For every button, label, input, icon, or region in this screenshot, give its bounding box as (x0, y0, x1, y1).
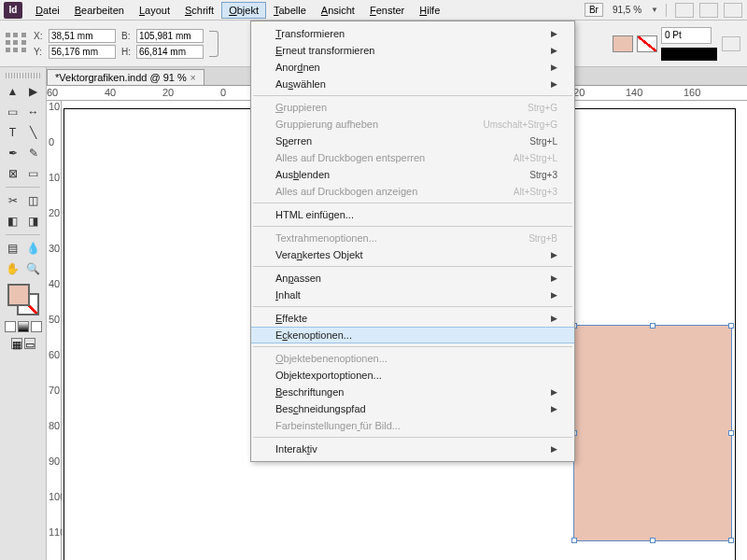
document-tab-title: *Vektorgrafiken.indd @ 91 % (55, 72, 187, 83)
menu-tabelle[interactable]: Tabelle (266, 2, 314, 19)
type-tool[interactable]: T (4, 123, 22, 142)
rectangle-frame-tool[interactable]: ⊠ (4, 164, 22, 183)
menu-item-farbeinstellungen-f-r-bild-: Farbeinstellungen für Bild... (251, 417, 574, 434)
menu-ansicht[interactable]: Ansicht (314, 2, 362, 19)
scissors-tool[interactable]: ✂ (4, 191, 22, 210)
reference-point-grid[interactable] (6, 33, 28, 55)
hand-tool[interactable]: ✋ (4, 259, 22, 278)
apply-color-button[interactable] (5, 321, 16, 332)
control-menu-button[interactable] (722, 36, 740, 51)
resize-handle[interactable] (728, 538, 734, 543)
toolbox: ▲▶ ▭↔ T╲ ✒✎ ⊠▭ ✂◫ ◧◨ ▤💧 ✋🔍 ▦ ▭ (0, 67, 47, 560)
direct-selection-tool[interactable]: ▶ (24, 82, 43, 101)
stroke-swatch[interactable] (637, 35, 657, 52)
resize-handle[interactable] (571, 538, 577, 543)
x-input[interactable] (49, 29, 116, 43)
resize-handle[interactable] (728, 323, 734, 329)
menu-schrift[interactable]: Schrift (177, 2, 221, 19)
menu-item-anordnen[interactable]: Anordnen▶ (251, 59, 574, 76)
document-tab[interactable]: *Vektorgrafiken.indd @ 91 % × (47, 69, 204, 85)
menu-item-effekte[interactable]: Effekte▶ (251, 310, 574, 327)
zoom-level[interactable]: 91,5 % (607, 5, 647, 15)
screen-mode-button[interactable] (699, 3, 718, 18)
w-label: B: (121, 31, 134, 41)
menu-item-eckenoptionen-[interactable]: Eckenoptionen... (251, 327, 574, 343)
view-options-button[interactable] (675, 3, 694, 18)
note-tool[interactable]: ▤ (4, 239, 22, 258)
menu-item-ausw-hlen[interactable]: Auswählen▶ (251, 76, 574, 92)
menu-item-alles-auf-druckbogen-anzeigen: Alles auf Druckbogen anzeigenAlt+Strg+3 (251, 183, 574, 200)
page-tool[interactable]: ▭ (4, 103, 22, 121)
h-label: H: (121, 47, 134, 57)
view-mode-preview[interactable]: ▭ (24, 338, 35, 349)
pencil-tool[interactable]: ✎ (24, 144, 43, 162)
arrange-button[interactable] (724, 3, 742, 18)
object-menu-dropdown: Transformieren▶Erneut transformieren▶Ano… (250, 21, 575, 462)
close-tab-icon[interactable]: × (190, 73, 196, 83)
menu-item-textrahmenoptionen-: Textrahmenoptionen...Strg+B (251, 230, 574, 246)
line-tool[interactable]: ╲ (24, 123, 43, 142)
vertical-ruler: 100102030405060708090100110 (47, 101, 62, 560)
menu-item-beschneidungspfad[interactable]: Beschneidungspfad▶ (251, 400, 574, 417)
selection-tool[interactable]: ▲ (4, 82, 22, 101)
menu-item-objektexportoptionen-[interactable]: Objektexportoptionen... (251, 367, 574, 384)
menu-item-gruppierung-aufheben: Gruppierung aufhebenUmschalt+Strg+G (251, 116, 574, 133)
eyedropper-tool[interactable]: 💧 (24, 239, 43, 258)
y-label: Y: (34, 47, 47, 57)
menu-fenster[interactable]: Fenster (362, 2, 412, 19)
menu-hilfe[interactable]: Hilfe (412, 2, 447, 19)
menu-item-gruppieren: GruppierenStrg+G (251, 99, 574, 116)
fill-swatch[interactable] (613, 35, 633, 52)
menu-item-alles-auf-druckbogen-entsperren: Alles auf Druckbogen entsperrenAlt+Strg+… (251, 149, 574, 166)
menu-item-verankertes-objekt[interactable]: Verankertes Objekt▶ (251, 246, 574, 263)
menu-item-erneut-transformieren[interactable]: Erneut transformieren▶ (251, 42, 574, 59)
menu-item-sperren[interactable]: SperrenStrg+L (251, 133, 574, 149)
stroke-style-preview[interactable] (661, 48, 717, 61)
selected-rectangle[interactable] (573, 325, 732, 541)
toolbox-grip[interactable] (6, 73, 40, 78)
constrain-proportions-icon[interactable] (209, 31, 218, 57)
free-transform-tool[interactable]: ◫ (24, 191, 43, 210)
menu-layout[interactable]: Layout (132, 2, 177, 19)
menu-objekt[interactable]: Objekt (221, 2, 266, 19)
pen-tool[interactable]: ✒ (4, 144, 22, 162)
bridge-button[interactable]: Br (585, 3, 603, 17)
menu-item-transformieren[interactable]: Transformieren▶ (251, 25, 574, 42)
menu-bearbeiten[interactable]: Bearbeiten (67, 2, 132, 19)
zoom-tool[interactable]: 🔍 (24, 259, 43, 278)
gap-tool[interactable]: ↔ (24, 103, 43, 121)
app-icon: Id (4, 2, 22, 19)
color-panel[interactable] (7, 284, 39, 315)
gradient-feather-tool[interactable]: ◨ (24, 212, 43, 231)
y-input[interactable] (49, 45, 116, 59)
h-input[interactable] (136, 45, 204, 59)
x-label: X: (34, 31, 47, 41)
menu-item-beschriftungen[interactable]: Beschriftungen▶ (251, 384, 574, 400)
view-mode-normal[interactable]: ▦ (11, 338, 22, 349)
apply-none-button[interactable] (31, 321, 42, 332)
menu-item-inhalt[interactable]: Inhalt▶ (251, 287, 574, 303)
resize-handle[interactable] (650, 323, 655, 329)
resize-handle[interactable] (728, 430, 734, 436)
menu-item-interaktiv[interactable]: Interaktiv▶ (251, 441, 574, 457)
fill-color-swatch[interactable] (7, 284, 30, 306)
menu-datei[interactable]: Datei (28, 2, 67, 19)
menu-item-html-einf-gen-[interactable]: HTML einfügen... (251, 206, 574, 223)
menu-item-anpassen[interactable]: Anpassen▶ (251, 270, 574, 287)
apply-gradient-button[interactable] (18, 321, 29, 332)
menubar: Id DateiBearbeitenLayoutSchriftObjektTab… (0, 0, 747, 21)
w-input[interactable] (136, 29, 204, 43)
stroke-weight-input[interactable] (661, 27, 712, 44)
menu-item-objektebenenoptionen-: Objektebenenoptionen... (251, 350, 574, 367)
rectangle-tool[interactable]: ▭ (24, 164, 43, 183)
resize-handle[interactable] (650, 538, 655, 543)
menu-item-ausblenden[interactable]: AusblendenStrg+3 (251, 166, 574, 183)
gradient-swatch-tool[interactable]: ◧ (4, 212, 22, 231)
